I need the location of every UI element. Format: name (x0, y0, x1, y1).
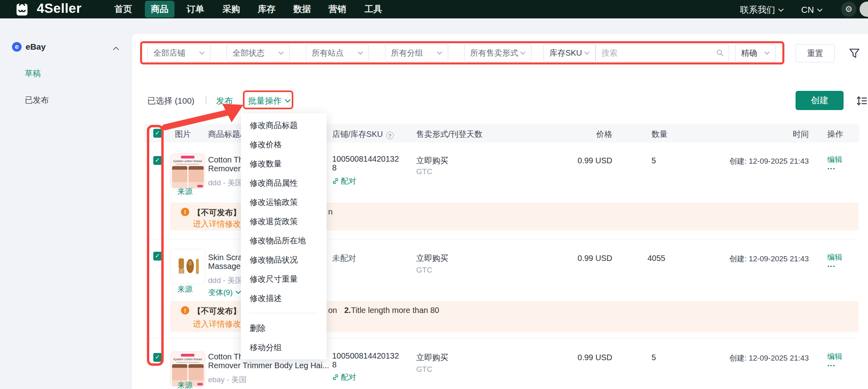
contact-us-label: 联系我们 (740, 5, 775, 15)
site-filter-select[interactable]: 所有站点 (306, 44, 369, 62)
ebay-platform-icon: e (12, 42, 22, 52)
edit-details-link[interactable]: 进入详情修改 (193, 219, 241, 229)
qty-value: 5 (652, 156, 656, 165)
status-filter-select[interactable]: 全部状态 (227, 44, 290, 62)
edit-details-link[interactable]: 进入详情修改 (193, 319, 241, 329)
price-value: 0.99 USD (556, 353, 612, 362)
filter-funnel-icon[interactable] (848, 47, 860, 61)
created-time: 创建: 12-09-2025 21:43 (700, 254, 809, 264)
chevron-down-icon (358, 49, 363, 56)
chevron-down-icon (817, 0, 822, 18)
image-subline (176, 362, 199, 363)
brand-name: 4Seller (37, 1, 82, 16)
contact-us-menu[interactable]: 联系我们 (740, 0, 784, 18)
chevron-down-icon (437, 49, 442, 56)
chevron-up-icon[interactable] (113, 45, 119, 52)
product-image[interactable]: Epilator cotton thread (170, 153, 205, 188)
product-title-line2: Remover Trimmer Body Leg Hai... (208, 361, 329, 370)
publish-button[interactable]: 发布 (216, 95, 233, 106)
menu-item-edit-shipping-policy[interactable]: 修改运输政策 (241, 192, 327, 212)
row-checkbox[interactable] (153, 353, 162, 362)
nav-item-products-active[interactable]: 商品 (145, 1, 174, 18)
warning-fragment-pre: on (328, 306, 337, 315)
nav-item-orders[interactable]: 订单 (186, 0, 205, 18)
variant-label: 变体(9) (208, 288, 233, 297)
selected-count: 已选择 (100) (147, 95, 194, 106)
menu-item-edit-description[interactable]: 修改描述 (241, 289, 327, 308)
sell-type-filter-select[interactable]: 所有售卖形式 (464, 44, 531, 62)
source-link[interactable]: 来源 (177, 186, 192, 197)
menu-item-edit-price[interactable]: 修改价格 (241, 135, 327, 154)
brand-bag-icon (14, 1, 30, 18)
menu-item-edit-item-location[interactable]: 修改物品所在地 (241, 231, 327, 250)
row-height-icon[interactable] (856, 95, 868, 108)
variant-toggle[interactable]: 变体(9) (208, 287, 241, 298)
menu-item-delete[interactable]: 删除 (241, 319, 327, 338)
more-actions-button[interactable]: ... (827, 259, 836, 269)
create-button[interactable]: 创建 (796, 91, 844, 110)
select-all-checkbox[interactable] (153, 129, 162, 138)
header-image: 图片 (175, 129, 191, 140)
pair-label: 配对 (341, 373, 356, 381)
store-filter-select[interactable]: 全部店铺 (147, 44, 210, 62)
pair-label: 配对 (341, 177, 356, 185)
menu-item-edit-return-policy[interactable]: 修改退货政策 (241, 212, 327, 231)
chevron-down-icon (285, 95, 291, 105)
chevron-down-icon (764, 49, 770, 56)
status-filter-value: 全部状态 (233, 48, 265, 58)
menu-item-edit-dimensions[interactable]: 修改尺寸重量 (241, 269, 327, 289)
nav-item-home[interactable]: 首页 (114, 0, 133, 18)
warning-fragment-text: Title length more than 80 (351, 306, 439, 315)
sidebar-item-drafts[interactable]: 草稿 (25, 68, 41, 79)
menu-item-edit-qty[interactable]: 修改数量 (241, 154, 327, 173)
image-caption: Epilator cotton thread (170, 357, 205, 361)
chevron-down-icon (584, 49, 589, 56)
source-link[interactable]: 来源 (177, 380, 192, 389)
product-image[interactable] (170, 249, 205, 284)
reset-button[interactable]: 重置 (796, 44, 835, 62)
menu-item-edit-attributes[interactable]: 修改商品属性 (241, 173, 327, 192)
sidebar-platform-ebay[interactable]: eBay (26, 42, 46, 52)
page: 4Seller 首页 商品 订单 采购 库存 数据 营销 工具 联系我们 CN … (0, 0, 868, 389)
match-mode-select[interactable]: 精确 (735, 44, 776, 62)
warning-icon: ! (181, 306, 189, 315)
search-input[interactable] (596, 48, 716, 58)
menu-item-edit-title[interactable]: 修改商品标题 (241, 116, 327, 135)
more-actions-button[interactable]: ... (827, 359, 836, 368)
batch-operations-button[interactable]: 批量操作 (248, 95, 291, 106)
created-time: 创建: 12-09-2025 21:43 (700, 353, 809, 363)
pair-link[interactable]: 配对 (332, 176, 356, 186)
warning-fragment: n (328, 207, 333, 217)
match-mode-value: 精确 (741, 48, 757, 58)
help-icon[interactable]: ? (386, 132, 394, 139)
nav-item-marketing[interactable]: 营销 (328, 0, 347, 18)
language-menu[interactable]: CN (801, 0, 822, 18)
header-action: 操作 (827, 129, 843, 140)
source-link[interactable]: 来源 (177, 284, 192, 295)
unpaired-label: 未配对 (332, 253, 356, 264)
link-icon (332, 374, 339, 382)
search-field-select[interactable]: 库存SKU (543, 44, 595, 62)
store-name: ddd - 美国 (208, 275, 243, 286)
header-qty: 数量 (652, 129, 668, 140)
settings-gear-icon[interactable]: ⚙ (841, 2, 856, 17)
language-label: CN (801, 5, 814, 15)
price-value: 0.99 USD (556, 254, 612, 263)
nav-item-tools[interactable]: 工具 (364, 0, 383, 18)
pair-link[interactable]: 配对 (332, 372, 356, 383)
nav-item-data[interactable]: 数据 (293, 0, 312, 18)
sell-type: 立即购买 (416, 352, 448, 363)
row-checkbox[interactable] (153, 156, 162, 165)
more-actions-button[interactable]: ... (827, 162, 836, 171)
menu-item-edit-condition[interactable]: 修改物品状况 (241, 250, 327, 269)
product-title-line1: Cotton Th (208, 352, 243, 361)
search-icon[interactable] (716, 49, 724, 57)
row-checkbox[interactable] (153, 252, 162, 261)
sidebar-item-published[interactable]: 已发布 (25, 95, 49, 106)
nav-item-purchase[interactable]: 采购 (222, 0, 241, 18)
header-sell-type: 售卖形式/刊登天数 (416, 129, 483, 140)
menu-divider (250, 313, 318, 313)
nav-item-inventory[interactable]: 库存 (257, 0, 276, 18)
group-filter-select[interactable]: 所有分组 (385, 44, 448, 62)
menu-item-move-group[interactable]: 移动分组 (241, 338, 327, 357)
